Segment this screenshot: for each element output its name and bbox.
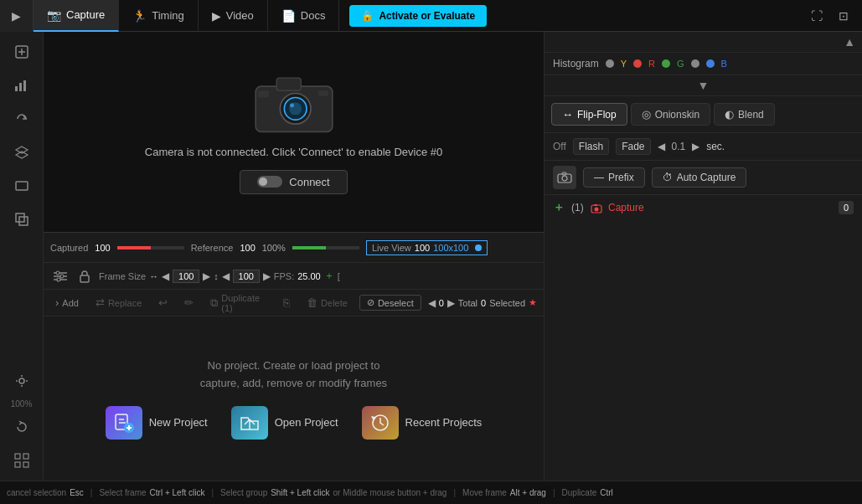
deselect-icon: ⊘ bbox=[367, 297, 374, 308]
delete-label: Delete bbox=[321, 298, 348, 308]
height-arrow-left[interactable]: ◀ bbox=[222, 270, 230, 282]
height-arrow-right[interactable]: ▶ bbox=[263, 270, 271, 282]
mode-tab-onionskin[interactable]: ◎ Onionskin bbox=[631, 103, 710, 126]
undo-button[interactable]: ↩ bbox=[153, 295, 173, 311]
collapse-up-button[interactable]: ▲ bbox=[844, 35, 855, 49]
tab-capture[interactable]: 📷 Capture bbox=[34, 0, 119, 32]
frame-width-input[interactable] bbox=[173, 270, 199, 283]
lock-icon: 🔒 bbox=[361, 10, 374, 22]
select-group-text: Select group bbox=[220, 488, 267, 497]
reference-bar-fill bbox=[292, 246, 326, 249]
delete-button[interactable]: 🗑 Delete bbox=[302, 295, 353, 311]
lock-tool-button[interactable] bbox=[75, 268, 94, 285]
timing-icon: 🏃 bbox=[132, 9, 147, 23]
auto-capture-button[interactable]: ⏱ Auto Capture bbox=[652, 167, 747, 188]
mode-tab-blend[interactable]: ◐ Blend bbox=[714, 103, 775, 126]
activate-button[interactable]: 🔒 Activate or Evaluate bbox=[349, 5, 487, 27]
hist-dot-b-off bbox=[691, 59, 699, 68]
sidebar-settings-icon[interactable] bbox=[7, 366, 37, 396]
duplicate-button[interactable]: ⧉ Duplicate (1) bbox=[205, 291, 271, 315]
capture-counter: 0 bbox=[839, 201, 854, 214]
tab-video[interactable]: ▶ Video bbox=[199, 0, 268, 32]
hist-y: Y bbox=[621, 59, 627, 69]
settings-button[interactable] bbox=[50, 269, 70, 284]
flash-arrow-left[interactable]: ◀ bbox=[658, 141, 665, 152]
sidebar-grid-icon[interactable] bbox=[7, 445, 37, 476]
reference-bar-section bbox=[292, 246, 359, 249]
add-icon: › bbox=[55, 296, 59, 309]
svg-rect-44 bbox=[594, 204, 597, 206]
camera-message: Camera is not connected. Click 'Connect'… bbox=[145, 146, 442, 158]
width-arrow-left[interactable]: ◀ bbox=[162, 270, 169, 282]
nav-toggle-icon: ▶ bbox=[12, 9, 21, 23]
width-arrow-right[interactable]: ▶ bbox=[203, 270, 210, 282]
replace-button[interactable]: ⇄ Replace bbox=[90, 295, 147, 311]
capture-icon: 📷 bbox=[47, 8, 61, 22]
reference-value: 100 bbox=[240, 243, 255, 253]
reference-label: Reference bbox=[191, 243, 234, 253]
camera-image bbox=[252, 70, 336, 137]
sidebar-add-icon[interactable] bbox=[7, 37, 37, 67]
add-button[interactable]: › Add bbox=[50, 295, 84, 311]
sidebar-rotate-icon[interactable] bbox=[7, 104, 37, 134]
tab-docs[interactable]: 📄 Docs bbox=[268, 0, 340, 32]
fps-label: FPS: bbox=[274, 271, 294, 281]
svg-rect-17 bbox=[276, 78, 301, 90]
prefix-button[interactable]: — Prefix bbox=[583, 167, 645, 188]
mode-tab-flipflop[interactable]: ↔ Flip-Flop bbox=[551, 103, 627, 126]
counter-value: 0 bbox=[439, 298, 444, 308]
new-project-button[interactable]: New Project bbox=[106, 406, 208, 440]
frame-height-input[interactable] bbox=[233, 270, 260, 283]
nav-right-icons: ⛶ ⊡ bbox=[805, 4, 862, 28]
sidebar-layers-icon[interactable] bbox=[7, 137, 37, 167]
auto-capture-label: Auto Capture bbox=[677, 172, 736, 183]
move-text: Move frame bbox=[462, 488, 507, 497]
copy-button[interactable]: ⎘ bbox=[278, 295, 295, 311]
recent-projects-button[interactable]: Recent Projects bbox=[362, 406, 483, 440]
flash-arrow-right[interactable]: ▶ bbox=[692, 141, 699, 152]
svg-rect-5 bbox=[23, 80, 26, 91]
blend-label: Blend bbox=[738, 109, 764, 121]
flash-row: Off Flash Fade ◀ 0.1 ▶ sec. bbox=[545, 133, 862, 161]
captured-bar-fill bbox=[117, 246, 151, 249]
esc-key: Esc bbox=[70, 488, 84, 497]
sidebar-refresh-icon[interactable] bbox=[7, 412, 37, 442]
left-sidebar: 100% bbox=[0, 32, 44, 481]
nav-toggle[interactable]: ▶ bbox=[0, 0, 34, 32]
sidebar-rect-icon[interactable] bbox=[7, 171, 37, 201]
tab-docs-label: Docs bbox=[301, 9, 326, 22]
counter-right[interactable]: ▶ bbox=[447, 297, 455, 309]
capture-trigger-button[interactable]: Capture bbox=[591, 202, 644, 213]
sidebar-histogram-icon[interactable] bbox=[7, 70, 37, 100]
deselect-button[interactable]: ⊘ Deselect bbox=[359, 295, 421, 311]
connect-button[interactable]: Connect bbox=[240, 170, 347, 194]
open-project-button[interactable]: Open Project bbox=[231, 406, 338, 440]
live-view-box: Live View 100 100x100 bbox=[366, 240, 488, 255]
duplicate-text: Duplicate bbox=[562, 488, 597, 497]
toggle-switch[interactable] bbox=[257, 176, 282, 188]
minimize-icon[interactable]: ⊡ bbox=[832, 4, 855, 28]
sidebar-crop-icon[interactable] bbox=[7, 204, 37, 234]
captured-label: Captured bbox=[50, 243, 88, 253]
onionskin-label: Onionskin bbox=[655, 109, 699, 121]
fps-add[interactable]: ＋ bbox=[324, 269, 334, 283]
svg-point-40 bbox=[562, 176, 567, 181]
histogram-label: Histogram bbox=[553, 58, 599, 69]
counter-left[interactable]: ◀ bbox=[428, 297, 436, 309]
collapse-down-button[interactable]: ▼ bbox=[698, 79, 710, 92]
frame-size-row: Frame Size ↔ ◀ ▶ ↕ ◀ ▶ FPS: 25.00 ＋ [ bbox=[99, 269, 340, 283]
draw-button[interactable]: ✏ bbox=[179, 295, 199, 311]
camera-small-icon[interactable] bbox=[553, 166, 576, 189]
tab-timing[interactable]: 🏃 Timing bbox=[119, 0, 199, 32]
cancel-prefix: cancel selection bbox=[7, 488, 66, 497]
fade-button[interactable]: Fade bbox=[616, 138, 650, 155]
flash-button[interactable]: Flash bbox=[573, 138, 609, 155]
center-content: Camera is not connected. Click 'Connect'… bbox=[44, 32, 544, 481]
select-frame-text: Select frame bbox=[99, 488, 146, 497]
frame-size-label: Frame Size bbox=[99, 271, 146, 281]
plus-icon: ＋ bbox=[553, 200, 565, 215]
fps-value: 25.00 bbox=[297, 271, 321, 281]
total-value: 0 bbox=[481, 298, 486, 308]
fullscreen-icon[interactable]: ⛶ bbox=[805, 4, 828, 28]
recent-projects-icon bbox=[362, 406, 399, 440]
